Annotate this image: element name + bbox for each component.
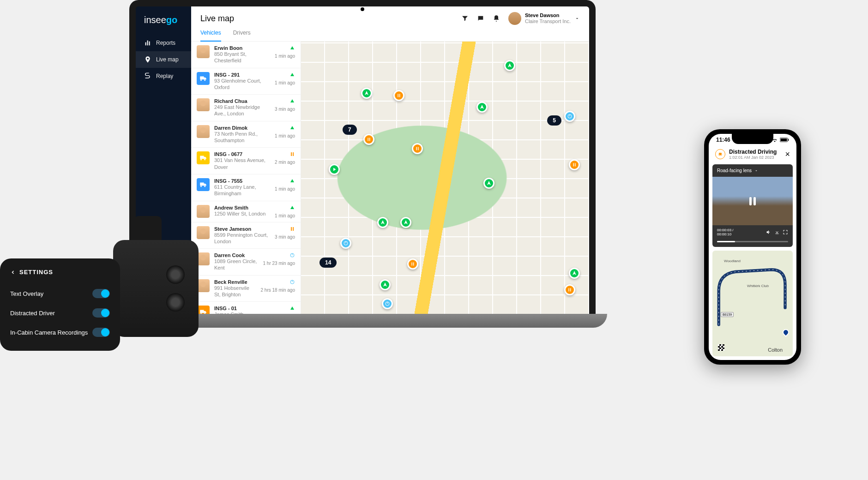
svg-rect-14 bbox=[369, 138, 370, 141]
bell-icon[interactable] bbox=[493, 15, 500, 22]
map-marker-moving[interactable] bbox=[380, 279, 391, 290]
map-background bbox=[301, 42, 589, 314]
tab-vehicles[interactable]: Vehicles bbox=[200, 30, 221, 42]
vehicle-time: 2 min ago bbox=[275, 160, 295, 165]
map-marker-paused[interactable] bbox=[564, 284, 575, 295]
map-marker-moving[interactable] bbox=[400, 217, 411, 228]
map-marker-paused[interactable] bbox=[412, 143, 423, 154]
settings-row: Distracted Driver bbox=[10, 303, 110, 323]
vehicle-address: 850 Bryant St, Chesterfield bbox=[214, 51, 270, 64]
toggle-switch[interactable] bbox=[92, 308, 110, 318]
toggle-switch[interactable] bbox=[92, 289, 110, 298]
vehicle-address: 249 East Newbridge Ave., London bbox=[214, 104, 270, 117]
road-badge: B6159 bbox=[721, 312, 734, 317]
map-marker-moving[interactable] bbox=[476, 102, 488, 113]
phone-notch bbox=[732, 134, 773, 144]
chevron-down-icon bbox=[574, 16, 580, 21]
setting-label: Distracted Driver bbox=[10, 310, 55, 317]
nav-live-map[interactable]: Live map bbox=[136, 51, 191, 68]
map-marker-power[interactable] bbox=[340, 238, 351, 249]
svg-rect-25 bbox=[573, 163, 574, 167]
volume-icon[interactable] bbox=[766, 229, 772, 235]
map-cluster[interactable]: 7 bbox=[343, 125, 357, 135]
vehicle-name: Darren Cook bbox=[214, 252, 259, 258]
vehicle-list[interactable]: Erwin Boon850 Bryant St, Chesterfield1 m… bbox=[191, 42, 301, 314]
video-elapsed: 00:00:03 / bbox=[717, 228, 763, 232]
vehicle-list-item[interactable]: INSG - 01James Smith bbox=[191, 302, 301, 314]
vehicle-address: 301 Van Ness Avenue, Dover bbox=[214, 157, 270, 170]
toggle-switch[interactable] bbox=[92, 328, 110, 337]
vehicle-list-item[interactable]: Steve Jameson8599 Pennington Court, Lond… bbox=[191, 222, 301, 249]
map-marker-moving[interactable] bbox=[569, 268, 580, 279]
vehicle-list-item[interactable]: Beck Renville991 Hobsenvile St, Brighton… bbox=[191, 276, 301, 302]
status-icon bbox=[289, 205, 295, 211]
filter-icon[interactable] bbox=[461, 15, 469, 22]
close-button[interactable]: × bbox=[785, 150, 790, 159]
tab-drivers[interactable]: Drivers bbox=[233, 30, 251, 41]
svg-rect-13 bbox=[368, 138, 369, 141]
video-panel: Road-facing lens 00:00:03 / 00:00:10 bbox=[712, 164, 793, 247]
fullscreen-icon[interactable] bbox=[783, 229, 788, 235]
vehicle-list-item[interactable]: INSG - 0677301 Van Ness Avenue, Dover2 m… bbox=[191, 148, 301, 174]
lens-select[interactable]: Road-facing lens bbox=[712, 164, 793, 177]
vehicle-name: Steve Jameson bbox=[214, 226, 270, 232]
truck-icon bbox=[197, 72, 210, 85]
settings-row: In-Cabin Camera Recordings bbox=[10, 323, 110, 342]
status-icon bbox=[289, 252, 295, 259]
map-marker-play[interactable] bbox=[329, 164, 340, 175]
map-marker-paused[interactable] bbox=[569, 159, 580, 170]
map-marker-moving[interactable] bbox=[504, 60, 515, 71]
vehicle-list-item[interactable]: Darren Dimok73 North Penn Rd., Southampt… bbox=[191, 121, 301, 148]
user-avatar bbox=[508, 12, 521, 25]
download-icon[interactable] bbox=[774, 229, 780, 235]
map-marker-power[interactable] bbox=[382, 298, 393, 309]
video-progress[interactable] bbox=[717, 241, 788, 242]
vehicle-list-item[interactable]: INSG - 7555611 Country Lane, Birmingham1… bbox=[191, 174, 301, 201]
vehicle-list-item[interactable]: Richard Chua249 East Newbridge Ave., Lon… bbox=[191, 95, 301, 121]
settings-header[interactable]: SETTINGS bbox=[10, 269, 110, 276]
vehicle-list-item[interactable]: INSG - 29193 Glenholme Court, Oxford1 mi… bbox=[191, 68, 301, 95]
nav-replay[interactable]: Replay bbox=[136, 68, 191, 84]
user-name: Steve Dawson bbox=[525, 12, 571, 18]
map-marker-power[interactable] bbox=[564, 111, 575, 122]
vehicle-list-item[interactable]: Erwin Boon850 Bryant St, Chesterfield1 m… bbox=[191, 42, 301, 68]
vehicle-time: 1 min ago bbox=[275, 213, 295, 218]
video-frame[interactable] bbox=[712, 177, 793, 225]
brand-logo: inseego bbox=[136, 13, 191, 35]
map-marker-paused[interactable] bbox=[407, 258, 418, 270]
alert-timestamp: 1:02:01 AM Jan 02 2023 bbox=[729, 155, 777, 160]
status-icon bbox=[289, 279, 295, 286]
alert-title: Distracted Driving bbox=[729, 149, 777, 155]
phone-map[interactable]: Whitkirk Club Colton Woodland B6159 bbox=[712, 251, 793, 356]
map-marker-moving[interactable] bbox=[361, 88, 372, 99]
driver-avatar bbox=[197, 125, 210, 138]
vehicle-address: 611 Country Lane, Birmingham bbox=[214, 184, 270, 197]
map-marker-paused[interactable] bbox=[363, 134, 374, 145]
user-menu[interactable]: Steve Dawson Claire Transport Inc. bbox=[508, 12, 580, 25]
vehicle-name: INSG - 01 bbox=[214, 306, 285, 311]
map-cluster[interactable]: 14 bbox=[319, 258, 337, 268]
pause-icon[interactable] bbox=[749, 197, 756, 205]
map-pin-icon bbox=[144, 56, 151, 63]
svg-rect-35 bbox=[788, 139, 789, 141]
svg-rect-4 bbox=[293, 152, 294, 156]
chevron-down-icon bbox=[754, 169, 758, 173]
status-icon bbox=[289, 125, 295, 132]
map-marker-moving[interactable] bbox=[483, 178, 494, 189]
map-marker-moving[interactable] bbox=[377, 217, 388, 228]
svg-rect-15 bbox=[416, 147, 417, 150]
live-map[interactable]: 7 5 14 bbox=[301, 42, 589, 314]
svg-rect-3 bbox=[291, 152, 292, 156]
map-cluster[interactable]: 5 bbox=[547, 115, 561, 126]
setting-label: In-Cabin Camera Recordings bbox=[10, 329, 88, 336]
vehicle-list-item[interactable]: Andrew Smith1250 Willer St, London1 min … bbox=[191, 201, 301, 222]
map-label: Woodland bbox=[724, 259, 741, 263]
vehicle-time: 3 min ago bbox=[275, 107, 295, 112]
map-marker-paused[interactable] bbox=[393, 90, 404, 101]
battery-icon bbox=[780, 138, 789, 142]
vehicle-list-item[interactable]: Darren Cook1089 Green Circle, Kent1 hr 2… bbox=[191, 249, 301, 276]
nav-reports[interactable]: Reports bbox=[136, 35, 191, 51]
chat-icon[interactable] bbox=[477, 15, 484, 22]
truck-icon bbox=[197, 306, 210, 314]
nav-label: Live map bbox=[156, 56, 179, 63]
